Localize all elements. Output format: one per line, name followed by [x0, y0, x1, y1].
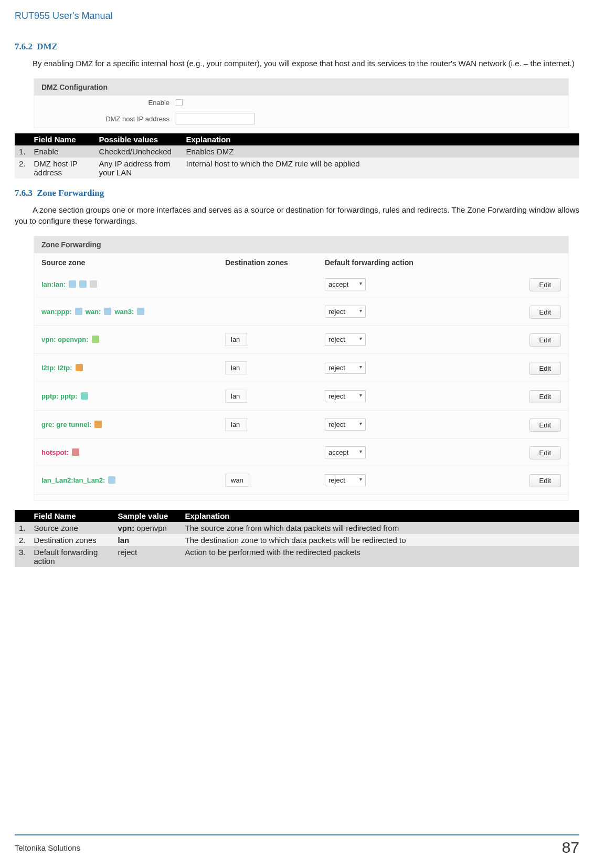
th-num	[15, 510, 30, 522]
destination-tag[interactable]: wan	[225, 474, 249, 487]
zone-row: wan:ppp: wan: wan3: reject Edit	[34, 298, 568, 326]
page-number: 87	[562, 839, 579, 856]
cell-num: 3.	[15, 546, 30, 567]
zone-label: pptp: pptp:	[41, 392, 78, 400]
paragraph-zf: A zone section groups one or more interf…	[15, 205, 579, 226]
edit-button[interactable]: Edit	[529, 474, 561, 487]
cell-sample: lan	[114, 534, 181, 546]
zf-fields-table: Field Name Sample value Explanation 1. S…	[15, 510, 579, 567]
dmz-ip-label: DMZ host IP address	[34, 115, 176, 123]
zone-label: wan3:	[114, 308, 134, 316]
col-destination-zones: Destination zones	[225, 258, 325, 267]
th-field: Field Name	[30, 133, 95, 145]
forwarding-select[interactable]: reject	[325, 333, 366, 346]
interface-icon	[81, 392, 88, 400]
interface-icon	[104, 308, 111, 315]
cell-num: 1.	[15, 145, 30, 158]
th-explanation: Explanation	[182, 133, 579, 145]
cell-num: 1.	[15, 522, 30, 534]
panel-title: DMZ Configuration	[34, 79, 568, 96]
destination-tag[interactable]: lan	[225, 418, 247, 431]
zone-row: gre: gre tunnel: lan reject Edit	[34, 411, 568, 439]
interface-icon	[75, 308, 82, 315]
dmz-ip-input[interactable]	[176, 113, 254, 124]
edit-button[interactable]: Edit	[529, 446, 561, 459]
heading-title: Zone Forwarding	[37, 188, 104, 198]
zone-label: wan:ppp:	[41, 308, 72, 316]
interface-icon	[69, 280, 76, 288]
zone-row: vpn: openvpn: lan reject Edit	[34, 326, 568, 354]
enable-label: Enable	[34, 99, 176, 107]
forwarding-select[interactable]: reject	[325, 362, 366, 374]
forwarding-select[interactable]: reject	[325, 474, 366, 486]
panel-title: Zone Forwarding	[34, 236, 568, 253]
cell-value: Any IP address from your LAN	[95, 158, 182, 179]
zone-row: lan_Lan2:lan_Lan2: wan reject Edit	[34, 466, 568, 495]
interface-icon	[108, 476, 115, 484]
cell-explanation: Action to be performed with the redirect…	[181, 546, 579, 567]
cell-explanation: Enables DMZ	[182, 145, 579, 158]
edit-button[interactable]: Edit	[529, 362, 561, 375]
heading-number: 7.6.3	[15, 188, 33, 198]
interface-icon	[94, 421, 102, 428]
interface-icon	[137, 308, 144, 315]
enable-checkbox[interactable]	[176, 99, 183, 106]
cell-field: Enable	[30, 145, 95, 158]
table-row: 2. Destination zones lan The destination…	[15, 534, 579, 546]
forwarding-select[interactable]: reject	[325, 390, 366, 402]
forwarding-select[interactable]: reject	[325, 419, 366, 431]
cell-num: 2.	[15, 158, 30, 179]
cell-explanation: Internal host to which the DMZ rule will…	[182, 158, 579, 179]
th-field: Field Name	[30, 510, 114, 522]
cell-field: Destination zones	[30, 534, 114, 546]
cell-sample: reject	[114, 546, 181, 567]
dmz-config-panel: DMZ Configuration Enable DMZ host IP add…	[34, 78, 569, 128]
edit-button[interactable]: Edit	[529, 278, 561, 291]
zone-row: lan:lan: accept Edit	[34, 271, 568, 298]
destination-tag[interactable]: lan	[225, 361, 247, 374]
interface-icon	[90, 280, 97, 288]
edit-button[interactable]: Edit	[529, 306, 561, 319]
th-num	[15, 133, 30, 145]
cell-field: Source zone	[30, 522, 114, 534]
zone-label: hotspot:	[41, 448, 69, 456]
heading-dmz: 7.6.2 DMZ	[15, 41, 579, 52]
zone-label: wan:	[86, 308, 101, 316]
cell-field: DMZ host IP address	[30, 158, 95, 179]
interface-icon	[79, 280, 87, 288]
cell-explanation: The source zone from which data packets …	[181, 522, 579, 534]
th-values: Possible values	[95, 133, 182, 145]
zone-forwarding-panel: Zone Forwarding Source zone Destination …	[34, 236, 569, 500]
edit-button[interactable]: Edit	[529, 333, 561, 347]
destination-tag[interactable]: lan	[225, 333, 247, 346]
document-title: RUT955 User's Manual	[15, 11, 579, 22]
zone-label: l2tp: l2tp:	[41, 364, 72, 372]
cell-explanation: The destination zone to which data packe…	[181, 534, 579, 546]
forwarding-select[interactable]: accept	[325, 446, 366, 458]
zone-label: lan_Lan2:lan_Lan2:	[41, 476, 105, 484]
zone-label: vpn: openvpn:	[41, 336, 89, 343]
zone-label: lan:lan:	[41, 280, 66, 288]
zone-row: l2tp: l2tp: lan reject Edit	[34, 354, 568, 382]
heading-title: DMZ	[37, 41, 58, 51]
cell-num: 2.	[15, 534, 30, 546]
zone-row: pptp: pptp: lan reject Edit	[34, 382, 568, 411]
table-row: 2. DMZ host IP address Any IP address fr…	[15, 158, 579, 179]
col-default-forwarding: Default forwarding action	[325, 258, 472, 267]
interface-icon	[72, 448, 79, 456]
heading-number: 7.6.2	[15, 41, 33, 51]
heading-zone-forwarding: 7.6.3 Zone Forwarding	[15, 188, 579, 198]
col-source-zone: Source zone	[41, 258, 225, 267]
forwarding-select[interactable]: accept	[325, 278, 366, 290]
zone-row: hotspot: accept Edit	[34, 439, 568, 466]
cell-value: Checked/Unchecked	[95, 145, 182, 158]
footer-company: Teltonika Solutions	[15, 843, 80, 852]
dmz-fields-table: Field Name Possible values Explanation 1…	[15, 133, 579, 179]
th-explanation: Explanation	[181, 510, 579, 522]
edit-button[interactable]: Edit	[529, 390, 561, 403]
zone-label: gre: gre tunnel:	[41, 421, 91, 428]
table-row: 3. Default forwarding action reject Acti…	[15, 546, 579, 567]
edit-button[interactable]: Edit	[529, 419, 561, 432]
forwarding-select[interactable]: reject	[325, 306, 366, 318]
destination-tag[interactable]: lan	[225, 390, 247, 403]
